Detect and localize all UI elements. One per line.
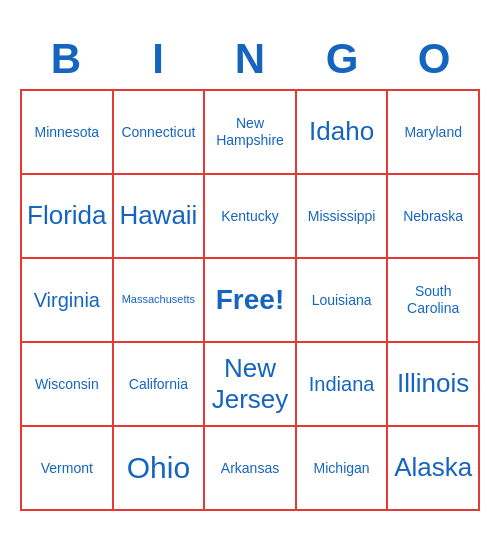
cell-text: Arkansas <box>221 460 279 477</box>
bingo-cell: Free! <box>205 259 297 343</box>
cell-text: Indiana <box>309 372 375 396</box>
cell-text: Louisiana <box>312 292 372 309</box>
bingo-card: BINGO MinnesotaConnecticutNew HampshireI… <box>15 23 485 521</box>
bingo-cell: Virginia <box>22 259 114 343</box>
cell-text: Wisconsin <box>35 376 99 393</box>
cell-text: Maryland <box>404 124 462 141</box>
bingo-cell: Ohio <box>114 427 206 511</box>
cell-text: Virginia <box>34 288 100 312</box>
cell-text: Massachusetts <box>122 293 195 306</box>
bingo-cell: Louisiana <box>297 259 389 343</box>
cell-text: California <box>129 376 188 393</box>
cell-text: Minnesota <box>35 124 100 141</box>
cell-text: New Hampshire <box>207 115 293 149</box>
bingo-header: BINGO <box>20 33 480 85</box>
cell-text: South Carolina <box>390 283 476 317</box>
bingo-letter: I <box>112 33 204 85</box>
cell-text: Alaska <box>394 452 472 483</box>
bingo-cell: Minnesota <box>22 91 114 175</box>
bingo-cell: Indiana <box>297 343 389 427</box>
cell-text: Michigan <box>314 460 370 477</box>
bingo-letter: G <box>296 33 388 85</box>
bingo-cell: Vermont <box>22 427 114 511</box>
cell-text: Ohio <box>127 450 190 486</box>
cell-text: Hawaii <box>119 200 197 231</box>
bingo-cell: South Carolina <box>388 259 480 343</box>
bingo-cell: Hawaii <box>114 175 206 259</box>
bingo-cell: Wisconsin <box>22 343 114 427</box>
cell-text: Free! <box>216 283 284 317</box>
cell-text: Connecticut <box>121 124 195 141</box>
bingo-cell: Alaska <box>388 427 480 511</box>
bingo-cell: Nebraska <box>388 175 480 259</box>
bingo-cell: Florida <box>22 175 114 259</box>
bingo-cell: Illinois <box>388 343 480 427</box>
cell-text: Vermont <box>41 460 93 477</box>
bingo-cell: New Jersey <box>205 343 297 427</box>
cell-text: Nebraska <box>403 208 463 225</box>
cell-text: Illinois <box>397 368 469 399</box>
bingo-cell: Maryland <box>388 91 480 175</box>
bingo-cell: Connecticut <box>114 91 206 175</box>
bingo-cell: Michigan <box>297 427 389 511</box>
cell-text: Mississippi <box>308 208 376 225</box>
cell-text: Kentucky <box>221 208 279 225</box>
bingo-letter: B <box>20 33 112 85</box>
bingo-cell: Massachusetts <box>114 259 206 343</box>
bingo-cell: Arkansas <box>205 427 297 511</box>
bingo-cell: California <box>114 343 206 427</box>
bingo-cell: Idaho <box>297 91 389 175</box>
bingo-cell: New Hampshire <box>205 91 297 175</box>
bingo-letter: N <box>204 33 296 85</box>
bingo-cell: Mississippi <box>297 175 389 259</box>
cell-text: Idaho <box>309 116 374 147</box>
bingo-grid: MinnesotaConnecticutNew HampshireIdahoMa… <box>20 89 480 511</box>
cell-text: New Jersey <box>207 353 293 415</box>
cell-text: Florida <box>27 200 106 231</box>
bingo-cell: Kentucky <box>205 175 297 259</box>
bingo-letter: O <box>388 33 480 85</box>
